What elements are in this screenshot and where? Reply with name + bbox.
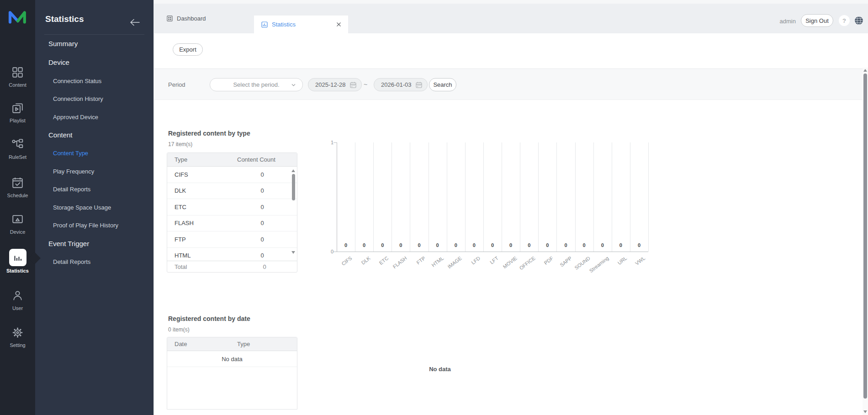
x-tick-label: FLASH [392,255,408,269]
sidebar-item-device[interactable]: Device [35,58,153,67]
scroll-up-icon[interactable] [291,169,295,172]
gridline [392,142,392,252]
sidebar-item-summary[interactable]: Summary [35,39,153,48]
dashboard-icon [167,16,173,21]
rail-item-user[interactable]: User [0,287,35,311]
sidebar-item-content[interactable]: Content [35,131,153,140]
col-header-type: Type [167,156,233,163]
icon-rail: ContentPlaylistRuleSetScheduleDeviceStat… [0,0,35,415]
cell-type: ETC [167,204,233,210]
range-separator: ~ [364,81,367,88]
section-date-title: Registered content by date [168,315,250,322]
gridline [630,142,630,252]
total-label: Total [167,263,232,270]
gridline [410,142,410,252]
table-row: ETC0 [167,199,297,215]
section-type-title: Registered content by type [168,130,250,137]
x-tick-label: CIFS [340,255,353,267]
close-tab-icon[interactable] [336,22,341,27]
scrollbar-thumb[interactable] [292,174,295,200]
gridline [429,142,429,252]
sidebar-item-content-type[interactable]: Content Type [35,149,153,158]
date-chart-empty-message: No data [394,366,486,373]
rail-item-label: Device [0,229,35,235]
bar-value-label: 0 [593,242,612,248]
table-scrollbar [291,169,296,257]
tab-dashboard[interactable]: Dashboard [167,4,206,33]
sidebar-item-play-frequency[interactable]: Play Frequency [35,167,153,176]
col-header-type: Type [233,341,250,347]
rail-item-label: Setting [0,342,35,348]
sidebar-item-detail-reports[interactable]: Detail Reports [35,185,153,194]
x-axis [337,252,648,252]
bar-value-label: 0 [520,242,538,248]
bar-value-label: 0 [502,242,520,248]
date-to-input[interactable]: 2026-01-03 [374,78,428,91]
scroll-down-icon[interactable] [863,410,867,413]
setting-icon [9,324,26,341]
export-button[interactable]: Export [173,43,203,56]
gridline [648,142,649,252]
rail-item-statistics[interactable]: Statistics [0,249,35,273]
tab-statistics[interactable]: Statistics [254,16,348,33]
gridline [538,142,539,252]
content-grid-icon [9,64,26,80]
globe-language-icon[interactable] [854,16,864,26]
sidebar-item-connection-status[interactable]: Connection Status [35,77,153,86]
sidebar-item-connection-history[interactable]: Connection History [35,95,153,104]
sidebar-item-storage-space-usage[interactable]: Storage Space Usage [35,203,153,212]
cell-type: FLASH [167,220,233,226]
bar-value-label: 0 [483,242,502,248]
tab-statistics-label: Statistics [272,21,296,28]
scrollbar-thumb[interactable] [863,74,867,399]
rail-item-ruleset[interactable]: RuleSet [0,136,35,160]
sidebar-item-detail-reports[interactable]: Detail Reports [35,257,153,267]
cell-type: CIFS [167,171,233,178]
help-icon[interactable]: ? [839,15,850,26]
gridline [556,142,557,252]
magicinfo-logo-icon[interactable] [7,7,27,26]
rail-item-setting[interactable]: Setting [0,324,35,348]
sidebar-item-proof-of-play-file-history[interactable]: Proof of Play File History [35,221,153,230]
cell-content-count: 0 [233,220,292,226]
x-tick-label: HTML [430,255,445,268]
bar-value-label: 0 [355,242,373,248]
scroll-up-icon[interactable] [863,69,867,72]
filter-bar: Period Select the period. 2025-12-28 [154,68,868,100]
username: admin [780,18,796,25]
rail-item-device[interactable]: Device [0,211,35,235]
x-tick-label: LFD [471,255,482,265]
calendar-icon [415,81,423,89]
cell-type: HTML [167,252,233,259]
bar-value-label: 0 [410,242,429,248]
collapse-sidebar-icon[interactable] [130,19,140,26]
statistics-icon [9,249,26,266]
date-from-input[interactable]: 2025-12-28 [308,78,362,91]
sidebar-item-approved-device[interactable]: Approved Device [35,113,153,122]
gridline [520,142,520,252]
y-axis [337,142,337,252]
sign-out-button[interactable]: Sign Out [801,14,833,27]
y-tick-label: 0 [318,249,333,254]
x-tick-label: OFFICE [518,255,536,271]
scroll-down-icon[interactable] [291,251,295,254]
x-tick-label: IMAGE [447,255,463,269]
y-tick [333,142,337,143]
gridline [373,142,374,252]
gridline [447,142,447,252]
gridline [593,142,594,252]
rail-item-label: Playlist [0,118,35,123]
rail-item-playlist[interactable]: Playlist [0,100,35,123]
schedule-icon [9,174,26,191]
sidebar-item-event-trigger[interactable]: Event Trigger [35,239,153,248]
rail-item-schedule[interactable]: Schedule [0,174,35,198]
col-header-date: Date [167,341,233,347]
content-type-bar-chart: 1 0 0CIFS0DLK0ETC0FLASH0FTP0HTML0IMAGE0L… [309,135,666,272]
rail-item-content[interactable]: Content [0,64,35,88]
y-tick-label: 1 [318,140,333,145]
main-area: Dashboard Statistics admin Sign Out [153,0,868,415]
tab-dashboard-label: Dashboard [177,15,206,22]
period-select[interactable]: Select the period. [210,78,303,91]
period-select-value: Select the period. [233,81,279,88]
search-button[interactable]: Search [429,78,456,91]
